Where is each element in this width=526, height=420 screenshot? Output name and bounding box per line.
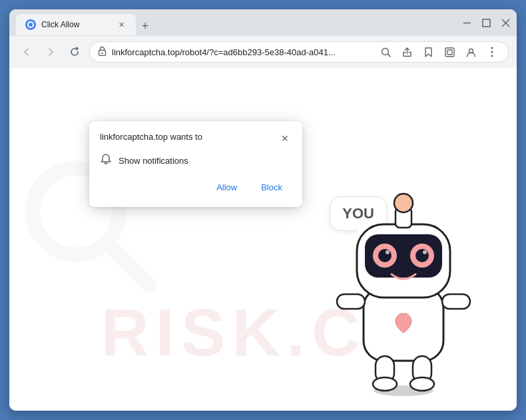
- svg-point-33: [423, 250, 427, 254]
- window-controls: [463, 19, 510, 27]
- svg-point-30: [386, 250, 390, 254]
- tab-title: Click Allow: [41, 20, 111, 29]
- back-button[interactable]: [17, 43, 36, 61]
- block-button[interactable]: Block: [252, 178, 292, 196]
- extension-icon[interactable]: [441, 44, 457, 60]
- svg-rect-9: [445, 48, 454, 57]
- svg-point-29: [378, 249, 392, 262]
- lock-icon: [98, 46, 107, 58]
- popup-buttons: Allow Block: [100, 178, 292, 196]
- svg-point-14: [491, 55, 493, 57]
- address-bar-icons: [378, 44, 500, 60]
- share-icon[interactable]: [399, 44, 415, 60]
- url-text: linkforcaptcha.top/robot4/?c=ad6bb293-5e…: [112, 47, 372, 57]
- notification-popup: linkforcaptcha.top wants to ✕ Show notif…: [89, 121, 302, 207]
- search-icon[interactable]: [378, 44, 394, 60]
- svg-line-7: [388, 54, 390, 57]
- svg-rect-10: [447, 50, 452, 55]
- tab-bar: Click Allow ✕ +: [16, 10, 459, 35]
- robot-image: [317, 171, 490, 397]
- reload-button[interactable]: [65, 43, 84, 61]
- title-bar: Click Allow ✕ +: [9, 9, 517, 36]
- notification-label: Show notifications: [119, 156, 188, 166]
- page-content: RISK.CO YOU: [9, 68, 517, 411]
- forward-button[interactable]: [41, 43, 60, 61]
- svg-point-32: [415, 249, 429, 262]
- bell-icon: [100, 153, 112, 168]
- popup-header: linkforcaptcha.top wants to ✕: [100, 132, 292, 145]
- svg-line-16: [109, 244, 149, 284]
- minimize-button[interactable]: [463, 19, 471, 27]
- active-tab[interactable]: Click Allow ✕: [16, 14, 136, 35]
- popup-notification-row: Show notifications: [100, 153, 292, 168]
- svg-rect-1: [483, 19, 490, 27]
- new-tab-button[interactable]: +: [136, 17, 154, 35]
- svg-point-13: [491, 51, 493, 53]
- menu-icon[interactable]: [484, 44, 500, 60]
- svg-marker-8: [425, 48, 431, 57]
- svg-point-5: [101, 53, 103, 54]
- bookmark-icon[interactable]: [420, 44, 436, 60]
- tab-favicon: [25, 19, 36, 30]
- svg-rect-19: [337, 294, 365, 309]
- maximize-button[interactable]: [482, 19, 491, 27]
- robot-container: [317, 171, 490, 397]
- favicon-inner: [27, 21, 34, 28]
- tab-close-button[interactable]: ✕: [116, 19, 127, 30]
- close-button[interactable]: [501, 19, 510, 27]
- address-bar[interactable]: linkforcaptcha.top/robot4/?c=ad6bb293-5e…: [89, 41, 509, 63]
- svg-point-24: [410, 377, 434, 391]
- address-bar-row: linkforcaptcha.top/robot4/?c=ad6bb293-5e…: [9, 36, 517, 68]
- svg-point-23: [373, 377, 397, 391]
- popup-close-button[interactable]: ✕: [278, 132, 292, 145]
- profile-icon[interactable]: [463, 44, 479, 60]
- popup-title: linkforcaptcha.top wants to: [100, 132, 202, 142]
- svg-point-12: [491, 47, 493, 49]
- allow-button[interactable]: Allow: [207, 178, 246, 196]
- svg-point-35: [394, 194, 413, 212]
- svg-rect-20: [442, 294, 470, 309]
- browser-window: Click Allow ✕ +: [9, 9, 517, 411]
